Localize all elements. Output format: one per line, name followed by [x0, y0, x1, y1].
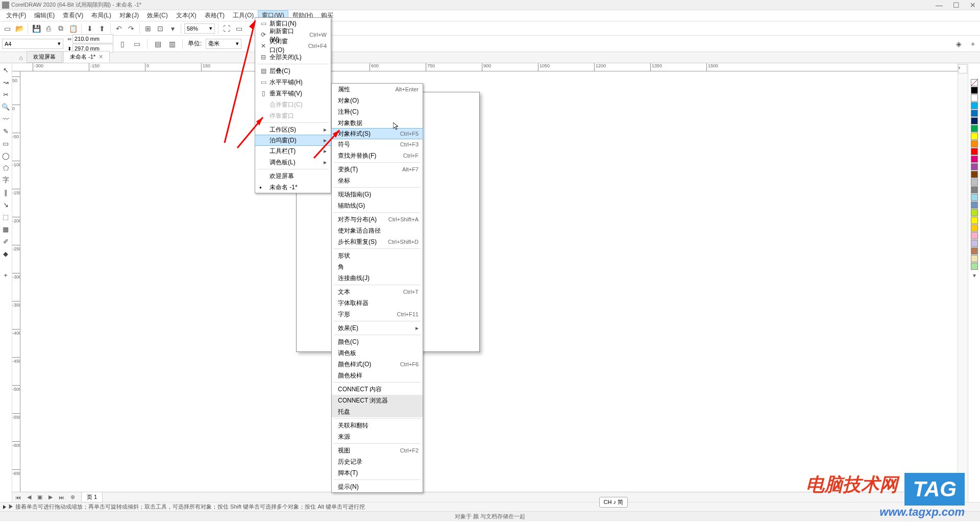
docker-menu-item-37[interactable]: 关联和翻转 [332, 420, 423, 431]
color-swatch-18[interactable] [971, 224, 978, 232]
color-swatch-22[interactable] [971, 255, 978, 262]
color-swatch-17[interactable] [971, 217, 978, 224]
docker-menu-item-24[interactable]: 字形Ctrl+F11 [332, 309, 423, 320]
menu-5[interactable]: 效果(C) [143, 10, 172, 21]
menu-2[interactable]: 查看(V) [59, 10, 87, 21]
maximize-button[interactable]: ☐ [951, 1, 962, 9]
no-fill-swatch[interactable] [971, 79, 978, 86]
docker-menu-item-26[interactable]: 效果(E)▸ [332, 322, 423, 334]
color-swatch-21[interactable] [971, 247, 978, 255]
page-add-icon[interactable]: ▣ [34, 494, 45, 500]
docker-expand-icon[interactable]: ‹ [958, 64, 967, 73]
window-menu-item-12[interactable]: 泊坞窗(D)▸ [255, 135, 331, 146]
connector-tool[interactable]: ↘ [0, 199, 11, 210]
window-menu-item-7[interactable]: ▯垂直平铺(V) [255, 88, 331, 99]
snap-icon[interactable]: ⊞ [143, 23, 153, 34]
menu-1[interactable]: 编辑(E) [30, 10, 59, 21]
save-icon[interactable]: 💾 [31, 23, 41, 34]
plus-icon[interactable]: + [968, 39, 978, 49]
docker-menu-item-18[interactable]: 形状 [332, 250, 423, 261]
rectangle-tool[interactable]: ▭ [0, 138, 11, 149]
window-menu-item-14[interactable]: 调色板(L)▸ [255, 157, 331, 168]
docker-menu-item-38[interactable]: 来源 [332, 431, 423, 442]
docker-menu-item-19[interactable]: 角 [332, 261, 423, 272]
color-swatch-1[interactable] [971, 94, 978, 102]
docker-menu-item-41[interactable]: 历史记录 [332, 456, 423, 467]
docker-menu-item-22[interactable]: 文本Ctrl+T [332, 286, 423, 297]
paste-icon[interactable]: 📋 [68, 23, 78, 34]
color-swatch-20[interactable] [971, 240, 978, 247]
open-icon[interactable]: 📂 [14, 23, 24, 34]
fullscreen-icon[interactable]: ⛶ [222, 23, 232, 34]
color-swatch-12[interactable] [971, 179, 978, 186]
docker-menu-item-8[interactable]: 变换(T)Alt+F7 [332, 164, 423, 175]
docker-menu-item-31[interactable]: 颜色校样 [332, 370, 423, 381]
window-menu-item-5[interactable]: ▤层叠(C) [255, 65, 331, 77]
color-swatch-13[interactable] [971, 186, 978, 193]
document-tab-1[interactable]: 未命名 -1*✕ [63, 51, 110, 63]
docker-menu-item-5[interactable]: 符号Ctrl+F3 [332, 139, 423, 150]
window-menu-item-11[interactable]: 工作区(S)▸ [255, 124, 331, 135]
docker-menu-item-33[interactable]: CONNECT 内容 [332, 384, 423, 395]
unit-dropdown[interactable]: 毫米▾ [206, 39, 241, 49]
color-swatch-9[interactable] [971, 156, 978, 163]
menu-8[interactable]: 工具(O) [229, 10, 258, 21]
page-next-icon[interactable]: ▶ [45, 494, 56, 500]
tab-close-icon[interactable]: ✕ [99, 54, 103, 60]
window-menu-item-2[interactable]: ✕关闭窗口(O)Ctrl+F4 [255, 40, 331, 52]
parallel-tool[interactable]: ∥ [0, 187, 11, 198]
document-tab-0[interactable]: 欢迎屏幕 [27, 51, 62, 63]
docker-menu-item-30[interactable]: 颜色样式(O)Ctrl+F6 [332, 359, 423, 370]
docker-menu-item-15[interactable]: 使对象适合路径 [332, 225, 423, 236]
color-swatch-23[interactable] [971, 263, 978, 270]
color-swatch-15[interactable] [971, 201, 978, 209]
page2-icon[interactable]: ▥ [167, 39, 177, 49]
snap2-icon[interactable]: ⊡ [155, 23, 165, 34]
window-menu-item-17[interactable]: 未命名 -1* [255, 182, 331, 193]
artistic-tool[interactable]: ✎ [0, 125, 11, 137]
page-tab[interactable]: 页 1 [81, 492, 103, 502]
docker-menu-item-42[interactable]: 脚本(T) [332, 467, 423, 478]
window-menu-item-3[interactable]: ⊟全部关闭(L) [255, 52, 331, 63]
options-icon[interactable]: ▾ [167, 23, 178, 34]
page-last-icon[interactable]: ⏭ [56, 494, 67, 500]
docker-menu-item-3[interactable]: 对象数据 [332, 117, 423, 129]
docker-menu-item-28[interactable]: 颜色(C) [332, 336, 423, 347]
text-tool[interactable]: 字 [0, 174, 11, 186]
color-swatch-2[interactable] [971, 102, 978, 109]
freehand-tool[interactable]: 〰 [0, 113, 11, 124]
fill-tool[interactable]: ◆ [0, 248, 11, 259]
window-menu-item-13[interactable]: 工具栏(T)▸ [255, 145, 331, 157]
color-swatch-11[interactable] [971, 171, 978, 178]
docker-menu-item-2[interactable]: 注释(C) [332, 106, 423, 117]
copy-icon[interactable]: ⧉ [56, 23, 66, 34]
expand-tool[interactable]: + [0, 269, 11, 281]
transparency-tool[interactable]: ▦ [0, 223, 11, 235]
color-swatch-6[interactable] [971, 133, 978, 140]
color-swatch-3[interactable] [971, 110, 978, 117]
minimize-button[interactable]: — [934, 1, 945, 9]
preview-icon[interactable]: ▭ [234, 23, 244, 34]
import-icon[interactable]: ⬇ [85, 23, 95, 34]
color-swatch-7[interactable] [971, 140, 978, 147]
color-swatch-10[interactable] [971, 163, 978, 170]
docker-menu-item-9[interactable]: 坐标 [332, 175, 423, 186]
menu-3[interactable]: 布局(L) [87, 10, 115, 21]
window-menu-item-6[interactable]: ▭水平平铺(H) [255, 77, 331, 88]
color-swatch-8[interactable] [971, 148, 978, 155]
export-icon[interactable]: ⬆ [97, 23, 107, 34]
ellipse-tool[interactable]: ◯ [0, 150, 11, 161]
undo-icon[interactable]: ↶ [114, 23, 124, 34]
docker-menu-item-12[interactable]: 辅助线(G) [332, 200, 423, 211]
docker-menu-item-6[interactable]: 查找并替换(F)Ctrl+F [332, 150, 423, 161]
docker-menu-item-4[interactable]: 对象样式(S)Ctrl+F5 [331, 128, 423, 139]
window-menu-item-16[interactable]: 欢迎屏幕 [255, 170, 331, 182]
shape-tool[interactable]: ↝ [0, 77, 11, 88]
color-swatch-4[interactable] [971, 117, 978, 124]
color-swatch-16[interactable] [971, 209, 978, 216]
docker-menu-item-29[interactable]: 调色板 [332, 347, 423, 359]
docker-menu-item-0[interactable]: 属性Alt+Enter [332, 84, 423, 95]
zoom-tool[interactable]: 🔍 [0, 101, 11, 112]
docker-menu-item-35[interactable]: 托盘 [332, 406, 423, 417]
portrait-icon[interactable]: ▯ [117, 39, 128, 49]
